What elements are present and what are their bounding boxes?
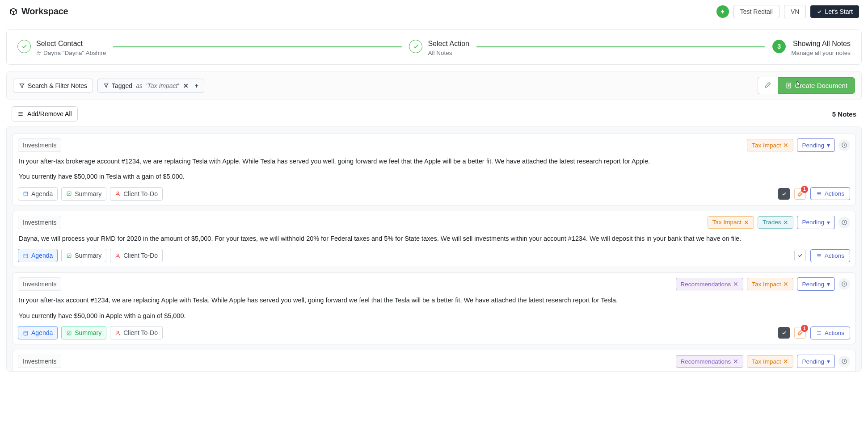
remove-tag-icon[interactable]: ✕ xyxy=(783,142,788,149)
checkbox[interactable] xyxy=(778,188,790,200)
step-connector xyxy=(476,46,765,47)
filter-bar: Search & Filter Notes Tagged as 'Tax Imp… xyxy=(6,71,862,100)
lets-start-button[interactable]: Let's Start xyxy=(810,5,859,18)
chevron-down-icon: ▾ xyxy=(827,358,830,365)
menu-icon xyxy=(17,111,24,117)
remove-tag-icon[interactable]: ✕ xyxy=(733,358,738,365)
step1-check-icon xyxy=(17,40,31,53)
note-body: In your after-tax account #1234, we are … xyxy=(18,295,850,321)
summary-button[interactable]: Summary xyxy=(61,249,106,262)
svg-point-14 xyxy=(117,331,119,333)
step3-title: Showing All Notes xyxy=(793,40,851,48)
cursor-icon xyxy=(794,80,802,88)
status-dropdown[interactable]: Pending▾ xyxy=(797,138,835,152)
menu-icon xyxy=(816,253,822,259)
tag-tax-impact[interactable]: Tax Impact✕ xyxy=(747,278,793,290)
client-todo-button[interactable]: Client To-Do xyxy=(110,249,163,262)
chevron-down-icon: ▾ xyxy=(827,142,830,149)
tag-trades[interactable]: Trades✕ xyxy=(758,216,794,229)
notes-list[interactable]: Investments Tax Impact✕ Pending▾ In your… xyxy=(6,126,862,372)
user-icon xyxy=(115,191,121,197)
tag-tax-impact[interactable]: Tax Impact✕ xyxy=(747,139,793,151)
remove-filter-icon[interactable]: ✕ xyxy=(181,82,189,89)
step2-title: Select Action xyxy=(428,40,469,48)
progress-steps: Select Contact Dayna "Dayna" Abshire Sel… xyxy=(6,29,862,65)
status-dropdown[interactable]: Pending▾ xyxy=(797,355,835,368)
tag-recommendations[interactable]: Recommendations✕ xyxy=(676,355,744,368)
tag-tax-impact[interactable]: Tax Impact✕ xyxy=(747,355,793,368)
step-select-action[interactable]: Select Action All Notes xyxy=(409,40,469,56)
checkbox[interactable] xyxy=(778,327,790,339)
agenda-button[interactable]: Agenda xyxy=(18,187,58,201)
attachment-count: 1 xyxy=(801,186,808,193)
filter-tagged-chip: Tagged as 'Tax Impact' ✕ + xyxy=(97,79,204,93)
step3-subtitle: Manage all your notes xyxy=(791,50,851,56)
svg-rect-5 xyxy=(67,192,71,196)
calendar-icon xyxy=(23,330,29,336)
topbar-right: Test Redtail VN Let's Start xyxy=(716,5,859,18)
agenda-button[interactable]: Agenda xyxy=(18,326,58,339)
attachment-count: 1 xyxy=(801,325,808,332)
step-showing-all-notes: 3 Showing All Notes Manage all your note… xyxy=(772,40,851,56)
remove-tag-icon[interactable]: ✕ xyxy=(783,280,788,288)
add-filter-icon[interactable]: + xyxy=(191,82,198,89)
note-card: Investments Recommendations✕ Tax Impact✕… xyxy=(12,272,856,344)
status-dropdown[interactable]: Pending▾ xyxy=(797,216,835,229)
attachment-button[interactable]: 1 xyxy=(794,327,806,339)
checkbox[interactable] xyxy=(794,250,806,261)
step-select-contact[interactable]: Select Contact Dayna "Dayna" Abshire xyxy=(17,40,106,56)
calendar-icon xyxy=(23,191,29,197)
agenda-button[interactable]: Agenda xyxy=(18,249,58,262)
actions-button[interactable]: Actions xyxy=(810,187,850,200)
note-category[interactable]: Investments xyxy=(18,138,61,152)
attachment-button[interactable]: 1 xyxy=(794,188,806,200)
search-filter-button[interactable]: Search & Filter Notes xyxy=(13,79,93,93)
create-document-label: Create Document xyxy=(795,82,847,89)
actions-button[interactable]: Actions xyxy=(810,327,850,339)
remove-tag-icon[interactable]: ✕ xyxy=(733,280,738,288)
check-icon xyxy=(817,9,822,14)
svg-rect-8 xyxy=(24,254,28,258)
edit-button[interactable] xyxy=(758,77,778,94)
note-text: Dayna, we will process your RMD for 2020… xyxy=(19,234,849,243)
tag-tax-impact[interactable]: Tax Impact✕ xyxy=(708,216,754,229)
history-icon[interactable] xyxy=(839,356,850,367)
history-icon[interactable] xyxy=(839,217,850,228)
create-document-button[interactable]: Create Document xyxy=(778,77,855,94)
cube-icon xyxy=(9,7,18,16)
list-header: Add/Remove All 5 Notes xyxy=(12,106,856,121)
step1-title: Select Contact xyxy=(36,40,106,48)
check-square-icon xyxy=(66,253,72,259)
check-square-icon xyxy=(66,330,72,336)
note-body: In your after-tax brokerage account #123… xyxy=(18,156,850,182)
pencil-icon xyxy=(764,81,771,88)
note-category[interactable]: Investments xyxy=(18,355,61,368)
history-icon[interactable] xyxy=(839,139,850,151)
tagged-value: 'Tax Impact' xyxy=(146,82,179,89)
add-remove-all-button[interactable]: Add/Remove All xyxy=(12,106,78,121)
client-todo-button[interactable]: Client To-Do xyxy=(110,187,163,201)
client-todo-button[interactable]: Client To-Do xyxy=(110,326,163,339)
vn-button[interactable]: VN xyxy=(784,5,806,18)
test-redtail-button[interactable]: Test Redtail xyxy=(733,5,780,18)
summary-button[interactable]: Summary xyxy=(61,326,106,339)
remove-tag-icon[interactable]: ✕ xyxy=(783,219,788,226)
tag-icon xyxy=(103,83,109,88)
note-category[interactable]: Investments xyxy=(18,216,61,229)
note-category[interactable]: Investments xyxy=(18,277,61,291)
topbar: Workspace Test Redtail VN Let's Start xyxy=(0,0,868,23)
tag-recommendations[interactable]: Recommendations✕ xyxy=(676,278,744,290)
remove-tag-icon[interactable]: ✕ xyxy=(744,219,749,226)
remove-tag-icon[interactable]: ✕ xyxy=(783,358,788,365)
status-dropdown[interactable]: Pending▾ xyxy=(797,277,835,291)
history-icon[interactable] xyxy=(839,278,850,290)
user-icon xyxy=(115,253,121,259)
step1-subtitle: Dayna "Dayna" Abshire xyxy=(36,50,106,56)
bolt-icon[interactable] xyxy=(716,5,729,18)
actions-button[interactable]: Actions xyxy=(810,249,850,262)
svg-rect-12 xyxy=(24,331,28,335)
calendar-icon xyxy=(23,253,29,259)
tagged-as: as xyxy=(136,82,143,89)
summary-button[interactable]: Summary xyxy=(61,187,106,201)
note-text: In your after-tax brokerage account #123… xyxy=(19,156,849,166)
